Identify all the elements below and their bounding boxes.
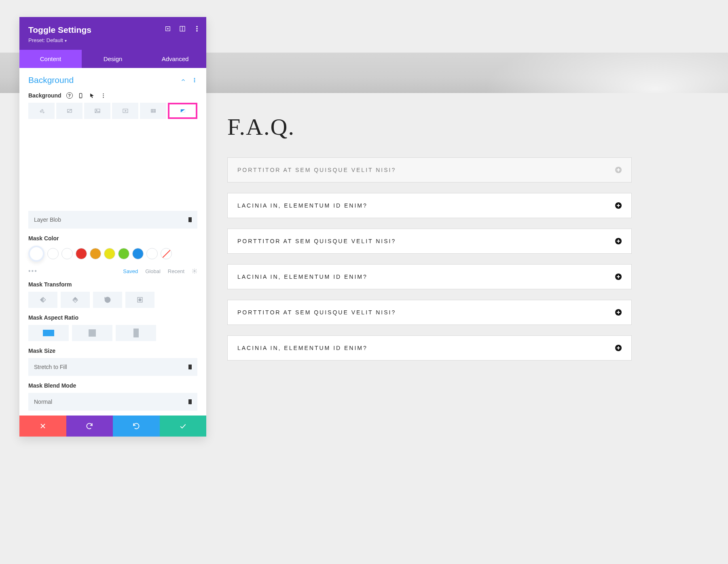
aspect-square-button[interactable] [72,325,112,341]
swatch-yellow[interactable] [104,248,115,259]
swatch-current[interactable] [28,246,44,262]
tab-advanced[interactable]: Advanced [144,50,206,68]
mask-aspect-ratio-row [28,325,197,341]
svg-point-12 [103,93,104,94]
save-button[interactable] [160,416,207,437]
bg-mask-tab[interactable] [168,103,197,119]
faq-question: PORTTITOR AT SEM QUISQUE VELIT NISI? [237,167,396,173]
plus-icon [615,202,622,209]
palette-settings-icon[interactable] [192,268,197,274]
faq-item[interactable]: PORTTITOR AT SEM QUISQUE VELIT NISI? [227,157,632,182]
background-section-header: Background [28,75,197,85]
mask-blend-label: Mask Blend Mode [28,382,197,389]
swatch-none[interactable] [161,248,172,259]
swatch-2[interactable] [61,248,73,259]
panel-body: Background Background ? [19,68,206,416]
swatch-palette-row: ••• Saved Global Recent [28,267,197,275]
mask-size-label: Mask Size [28,348,197,354]
responsive-phone-icon[interactable] [78,92,84,99]
undo-button[interactable] [66,416,113,437]
faq-question: PORTTITOR AT SEM QUISQUE VELIT NISI? [237,238,396,244]
faq-section: F.A.Q. PORTTITOR AT SEM QUISQUE VELIT NI… [227,113,632,371]
page-left-edge [0,148,8,452]
option-kebab-icon[interactable] [100,92,107,99]
swatch-green[interactable] [118,248,129,259]
svg-point-9 [194,81,195,82]
rotate-button[interactable] [93,292,122,308]
mask-transform-label: Mask Transform [28,281,197,288]
svg-rect-19 [123,109,128,113]
svg-point-1 [167,28,168,29]
aspect-landscape-button[interactable] [28,325,69,341]
plus-icon [615,238,622,244]
help-icon[interactable]: ? [66,92,73,99]
mask-aspect-ratio-label: Mask Aspect Ratio [28,314,197,321]
swatch-red[interactable] [76,248,87,259]
background-label-row: Background ? [28,92,197,99]
svg-point-5 [197,28,197,29]
swatch-orange[interactable] [90,248,101,259]
mask-blend-select[interactable]: Normal [28,393,197,411]
panel-footer [19,416,206,437]
redo-button[interactable] [113,416,160,437]
svg-point-27 [194,270,195,272]
more-swatches-icon[interactable]: ••• [28,267,38,275]
bg-gradient-tab[interactable] [56,103,83,119]
faq-question: LACINIA IN, ELEMENTUM ID ENIM? [237,202,368,209]
svg-point-4 [197,26,197,27]
expand-icon[interactable] [164,25,171,32]
svg-marker-20 [125,110,126,112]
swatch-8[interactable] [146,248,158,259]
collapse-icon[interactable] [180,77,186,83]
plus-icon [615,167,622,173]
swatch-1[interactable] [47,248,59,259]
tab-design[interactable]: Design [82,50,144,68]
faq-item[interactable]: PORTTITOR AT SEM QUISQUE VELIT NISI? [227,229,632,254]
bg-pattern-tab[interactable] [140,103,166,119]
bg-color-tab[interactable] [28,103,55,119]
mask-preview [28,125,197,208]
kebab-menu-icon[interactable] [193,25,201,32]
faq-item[interactable]: LACINIA IN, ELEMENTUM ID ENIM? [227,193,632,218]
settings-tabs: Content Design Advanced [19,50,206,68]
mask-shape-value: Layer Blob [34,216,61,223]
svg-point-13 [103,95,104,96]
palette-saved[interactable]: Saved [123,268,138,274]
tab-content[interactable]: Content [19,50,82,68]
mask-shape-select[interactable]: Layer Blob [28,211,197,229]
faq-item[interactable]: LACINIA IN, ELEMENTUM ID ENIM? [227,335,632,360]
aspect-portrait-button[interactable] [116,325,156,341]
svg-point-29 [139,299,142,301]
mask-blend-value: Normal [34,399,52,405]
plus-icon [615,274,622,280]
flip-vertical-button[interactable] [61,292,90,308]
mask-size-select[interactable]: Stretch to Fill [28,358,197,376]
palette-recent[interactable]: Recent [168,268,184,274]
svg-point-7 [194,78,195,79]
svg-rect-21 [151,109,155,112]
bg-video-tab[interactable] [112,103,138,119]
flip-horizontal-button[interactable] [28,292,57,308]
hover-cursor-icon[interactable] [89,92,95,99]
faq-question: LACINIA IN, ELEMENTUM ID ENIM? [237,345,368,351]
mask-color-label: Mask Color [28,235,197,242]
faq-item[interactable]: PORTTITOR AT SEM QUISQUE VELIT NISI? [227,300,632,325]
palette-global[interactable]: Global [145,268,161,274]
invert-button[interactable] [125,292,154,308]
snap-column-icon[interactable] [179,25,186,32]
mask-size-value: Stretch to Fill [34,364,67,370]
mask-color-swatches [28,246,197,262]
swatch-blue[interactable] [132,248,144,259]
svg-point-11 [80,97,81,97]
bg-image-tab[interactable] [84,103,110,119]
background-type-tabs [28,103,197,119]
faq-item[interactable]: LACINIA IN, ELEMENTUM ID ENIM? [227,264,632,289]
svg-point-15 [43,112,44,113]
preset-dropdown[interactable]: Preset: Default [28,37,197,43]
faq-question: PORTTITOR AT SEM QUISQUE VELIT NISI? [237,309,396,316]
section-kebab-icon[interactable] [192,77,197,83]
section-title[interactable]: Background [28,75,74,85]
panel-header: Toggle Settings Preset: Default [19,17,206,50]
cancel-button[interactable] [19,416,66,437]
faq-heading: F.A.Q. [227,113,632,140]
